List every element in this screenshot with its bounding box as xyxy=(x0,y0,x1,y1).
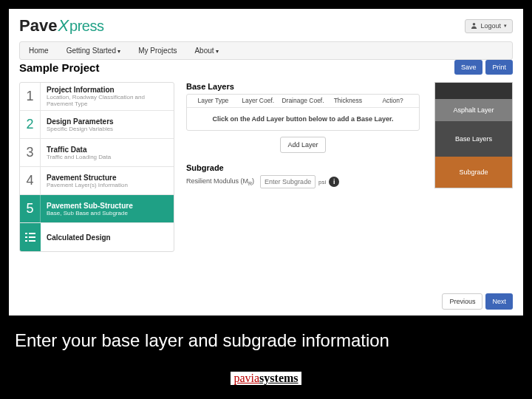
step-title: Calculated Design xyxy=(47,233,168,242)
step-title: Traffic Data xyxy=(47,146,168,154)
step-desc: Traffic and Loading Data xyxy=(47,154,168,160)
step-title: Pavement Sub-Structure xyxy=(47,202,168,210)
step-number: 3 xyxy=(20,139,41,166)
step-desc: Specific Design Variables xyxy=(47,126,168,132)
stack-surface xyxy=(435,83,512,99)
user-icon xyxy=(471,22,477,30)
col-action: Action? xyxy=(371,98,415,104)
svg-rect-5 xyxy=(25,240,27,242)
base-layers-table: Layer Type Layer Coef. Drainage Coef. Th… xyxy=(186,94,420,131)
step-number: 4 xyxy=(20,167,41,194)
logo: PaveXpress xyxy=(19,16,103,35)
col-layer-coef: Layer Coef. xyxy=(236,98,280,104)
svg-rect-6 xyxy=(29,240,35,242)
next-button[interactable]: Next xyxy=(485,293,513,310)
logo-press: press xyxy=(69,18,103,35)
step-desc: Base, Sub Base and Subgrade xyxy=(47,210,168,216)
footer-brand-b: systems xyxy=(259,372,298,384)
page-title: Sample Project xyxy=(19,61,99,74)
step-desc: Location, Roadway Classification and Pav… xyxy=(47,94,168,107)
step-5[interactable]: 5 Pavement Sub-StructureBase, Sub Base a… xyxy=(20,195,174,223)
info-icon[interactable]: i xyxy=(329,177,339,187)
add-layer-button[interactable]: Add Layer xyxy=(280,137,325,153)
svg-rect-2 xyxy=(29,233,35,234)
nav-about[interactable]: About xyxy=(185,42,227,59)
logout-label: Logout xyxy=(480,22,501,30)
print-button[interactable]: Print xyxy=(485,60,513,75)
step-desc: Pavement Layer(s) Information xyxy=(47,182,168,188)
stack-asphalt: Asphalt Layer xyxy=(435,99,512,121)
logo-pave: Pave xyxy=(19,16,57,35)
stack-subgrade: Subgrade xyxy=(435,157,512,188)
chevron-down-icon: ▾ xyxy=(504,23,507,29)
subgrade-unit: psi xyxy=(318,179,326,185)
section-base-layers-title: Base Layers xyxy=(186,82,420,91)
footer: paviasystems xyxy=(0,372,532,385)
previous-button[interactable]: Previous xyxy=(442,293,482,310)
subgrade-label: Resilient Modulus (MR) xyxy=(186,177,254,186)
page-header: Sample Project Save Print xyxy=(19,60,513,75)
table-header: Layer Type Layer Coef. Drainage Coef. Th… xyxy=(187,95,419,107)
nav-getting-started[interactable]: Getting Started xyxy=(58,42,130,59)
col-layer-type: Layer Type xyxy=(191,98,235,104)
step-title: Pavement Structure xyxy=(47,174,168,182)
wizard-steps: 1 Project InformationLocation, Roadway C… xyxy=(19,82,174,252)
step-2[interactable]: 2 Design ParametersSpecific Design Varia… xyxy=(20,111,174,139)
list-icon xyxy=(20,223,41,251)
layer-stack: Asphalt Layer Base Layers Subgrade xyxy=(434,82,513,188)
subgrade-input[interactable] xyxy=(260,175,316,188)
main-nav: Home Getting Started My Projects About xyxy=(19,41,513,60)
logo-x: X xyxy=(58,16,69,35)
section-subgrade-title: Subgrade xyxy=(186,163,420,172)
step-title: Project Information xyxy=(47,86,168,94)
step-1[interactable]: 1 Project InformationLocation, Roadway C… xyxy=(20,83,174,111)
svg-point-0 xyxy=(473,22,476,25)
slide-caption: Enter your base layer and subgrade infor… xyxy=(15,330,532,351)
logout-button[interactable]: Logout ▾ xyxy=(465,19,513,33)
step-number: 2 xyxy=(20,111,41,138)
step-calculated[interactable]: Calculated Design xyxy=(20,223,174,251)
stack-base: Base Layers xyxy=(435,121,512,157)
col-drainage-coef: Drainage Coef. xyxy=(282,98,325,104)
nav-my-projects[interactable]: My Projects xyxy=(129,42,185,59)
pager: Previous Next xyxy=(442,293,513,310)
svg-rect-3 xyxy=(25,236,27,238)
footer-brand-a: pavia xyxy=(233,372,259,384)
step-3[interactable]: 3 Traffic DataTraffic and Loading Data xyxy=(20,139,174,167)
svg-rect-1 xyxy=(25,233,27,234)
subgrade-row: Resilient Modulus (MR) psi i xyxy=(186,175,420,188)
app-window: PaveXpress Logout ▾ Home Getting Started… xyxy=(9,9,523,316)
step-number: 5 xyxy=(20,195,41,222)
nav-home[interactable]: Home xyxy=(20,42,58,59)
save-button[interactable]: Save xyxy=(454,60,483,75)
table-empty-state: Click on the Add Layer button below to a… xyxy=(187,107,419,130)
step-number: 1 xyxy=(20,83,41,110)
svg-rect-4 xyxy=(29,236,35,238)
col-thickness: Thickness xyxy=(326,98,369,104)
step-title: Design Parameters xyxy=(47,117,168,126)
topbar: PaveXpress Logout ▾ xyxy=(19,16,513,35)
step-4[interactable]: 4 Pavement StructurePavement Layer(s) In… xyxy=(20,167,174,195)
